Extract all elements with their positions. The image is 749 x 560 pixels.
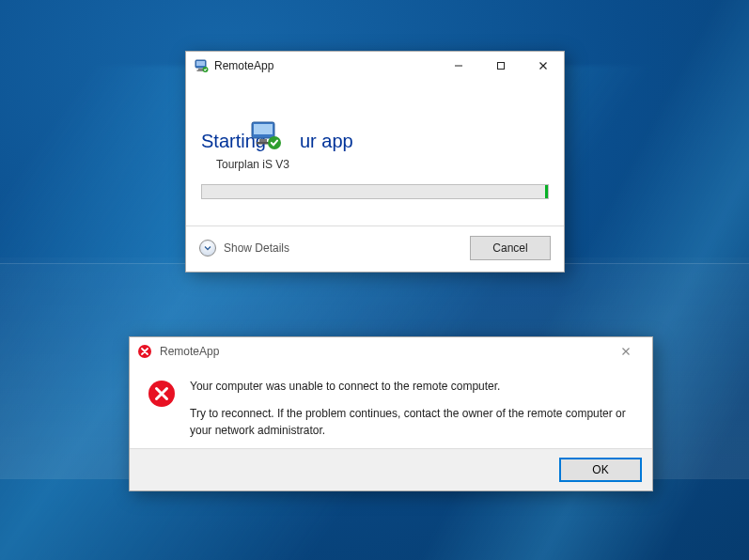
remoteapp-icon [194,58,209,73]
app-icon [248,117,284,156]
progress-fill [545,185,548,198]
ok-button[interactable]: OK [560,459,641,481]
minimize-button[interactable] [437,52,479,80]
error-window-title: RemoteApp [160,345,219,358]
maximize-button[interactable] [479,52,522,80]
error-close-button[interactable] [607,337,645,366]
titlebar[interactable]: RemoteApp [186,52,564,80]
svg-rect-1 [196,61,205,66]
window-title: RemoteApp [214,59,273,72]
error-icon-small [137,344,152,359]
remoteapp-progress-window: RemoteApp Starting ur app [185,51,565,272]
show-details-toggle[interactable] [199,240,216,257]
svg-rect-5 [497,63,504,70]
svg-rect-8 [259,139,267,142]
close-button[interactable] [522,52,564,80]
minimize-icon [454,61,463,70]
cancel-button[interactable]: Cancel [470,236,551,260]
close-icon [621,347,631,356]
chevron-down-icon [204,244,211,252]
error-icon [147,379,177,439]
close-icon [538,61,548,70]
ok-button-label: OK [592,463,608,476]
error-message-line2: Try to reconnect. If the problem continu… [190,406,635,439]
error-message: Your computer was unable to connect to t… [190,379,635,439]
app-name-label: Tourplan iS V3 [216,158,549,171]
show-details-label[interactable]: Show Details [224,241,289,255]
svg-rect-9 [257,142,270,145]
progress-bar [201,184,549,199]
remoteapp-error-dialog: RemoteApp Your computer was unable to co… [129,336,653,491]
error-message-line1: Your computer was unable to connect to t… [190,379,635,395]
maximize-icon [496,61,506,70]
svg-rect-7 [254,124,273,134]
cancel-button-label: Cancel [492,241,527,255]
svg-rect-2 [198,69,203,70]
error-titlebar[interactable]: RemoteApp [130,337,652,366]
